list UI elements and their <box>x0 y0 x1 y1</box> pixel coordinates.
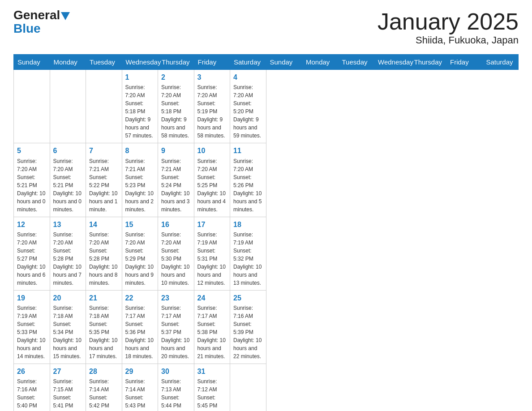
calendar-cell: 14Sunrise: 7:20 AMSunset: 5:28 PMDayligh… <box>86 217 122 290</box>
calendar-cell: 5Sunrise: 7:20 AMSunset: 5:21 PMDaylight… <box>14 143 50 217</box>
day-number: 30 <box>161 366 191 377</box>
calendar-cell: 13Sunrise: 7:20 AMSunset: 5:28 PMDayligh… <box>50 217 86 290</box>
day-number: 12 <box>17 219 47 230</box>
calendar-cell <box>86 70 122 143</box>
day-number: 29 <box>125 366 155 377</box>
calendar-header-row: SundayMondayTuesdayWednesdayThursdayFrid… <box>14 55 519 70</box>
day-info: Sunrise: 7:14 AMSunset: 5:43 PMDaylight:… <box>125 377 155 411</box>
day-info: Sunrise: 7:20 AMSunset: 5:29 PMDaylight:… <box>125 231 155 287</box>
calendar-week-row: 26Sunrise: 7:16 AMSunset: 5:40 PMDayligh… <box>14 364 519 411</box>
day-info: Sunrise: 7:14 AMSunset: 5:42 PMDaylight:… <box>89 377 119 411</box>
day-info: Sunrise: 7:20 AMSunset: 5:18 PMDaylight:… <box>125 83 155 140</box>
day-number: 6 <box>53 146 83 156</box>
calendar-cell: 30Sunrise: 7:13 AMSunset: 5:44 PMDayligh… <box>158 364 194 411</box>
day-info: Sunrise: 7:20 AMSunset: 5:21 PMDaylight:… <box>17 157 47 214</box>
day-number: 28 <box>89 366 119 377</box>
day-info: Sunrise: 7:20 AMSunset: 5:18 PMDaylight:… <box>161 83 191 140</box>
location-title: Shiida, Fukuoka, Japan <box>378 34 519 46</box>
day-info: Sunrise: 7:12 AMSunset: 5:45 PMDaylight:… <box>197 377 227 411</box>
calendar-cell: 1Sunrise: 7:20 AMSunset: 5:18 PMDaylight… <box>122 70 158 143</box>
calendar-cell: 21Sunrise: 7:18 AMSunset: 5:35 PMDayligh… <box>86 290 122 364</box>
day-number: 17 <box>197 219 227 230</box>
day-number: 15 <box>125 219 155 230</box>
day-number: 8 <box>125 146 155 156</box>
day-info: Sunrise: 7:21 AMSunset: 5:22 PMDaylight:… <box>89 157 119 214</box>
calendar-week-row: 1Sunrise: 7:20 AMSunset: 5:18 PMDaylight… <box>14 70 519 143</box>
header-wednesday: Wednesday <box>122 55 158 70</box>
calendar-cell: 8Sunrise: 7:21 AMSunset: 5:23 PMDaylight… <box>122 143 158 217</box>
calendar-cell <box>14 70 50 143</box>
day-number: 20 <box>53 293 83 303</box>
calendar-cell: 11Sunrise: 7:20 AMSunset: 5:26 PMDayligh… <box>230 143 266 217</box>
day-info: Sunrise: 7:20 AMSunset: 5:20 PMDaylight:… <box>233 83 263 140</box>
day-number: 26 <box>17 366 47 377</box>
day-number: 5 <box>17 146 47 156</box>
calendar-cell: 10Sunrise: 7:20 AMSunset: 5:25 PMDayligh… <box>194 143 230 217</box>
day-number: 7 <box>89 146 119 156</box>
header-day-sunday: Sunday <box>266 55 302 70</box>
header-tuesday: Tuesday <box>86 55 122 70</box>
day-number: 24 <box>197 293 227 303</box>
day-info: Sunrise: 7:19 AMSunset: 5:33 PMDaylight:… <box>17 304 47 360</box>
calendar-cell: 26Sunrise: 7:16 AMSunset: 5:40 PMDayligh… <box>14 364 50 411</box>
day-number: 31 <box>197 366 227 377</box>
calendar-cell: 25Sunrise: 7:16 AMSunset: 5:39 PMDayligh… <box>230 290 266 364</box>
day-info: Sunrise: 7:19 AMSunset: 5:31 PMDaylight:… <box>197 231 227 287</box>
day-info: Sunrise: 7:20 AMSunset: 5:28 PMDaylight:… <box>53 231 83 287</box>
calendar-cell: 3Sunrise: 7:20 AMSunset: 5:19 PMDaylight… <box>194 70 230 143</box>
calendar-cell: 6Sunrise: 7:20 AMSunset: 5:21 PMDaylight… <box>50 143 86 217</box>
day-info: Sunrise: 7:20 AMSunset: 5:28 PMDaylight:… <box>89 231 119 287</box>
day-number: 11 <box>233 146 263 156</box>
header-day-friday: Friday <box>446 55 483 70</box>
day-info: Sunrise: 7:20 AMSunset: 5:27 PMDaylight:… <box>17 231 47 287</box>
calendar-cell: 22Sunrise: 7:17 AMSunset: 5:36 PMDayligh… <box>122 290 158 364</box>
day-number: 25 <box>233 293 263 303</box>
header-friday: Friday <box>194 55 230 70</box>
day-number: 22 <box>125 293 155 303</box>
calendar-cell: 24Sunrise: 7:17 AMSunset: 5:38 PMDayligh… <box>194 290 230 364</box>
calendar-cell: 19Sunrise: 7:19 AMSunset: 5:33 PMDayligh… <box>14 290 50 364</box>
calendar-table: SundayMondayTuesdayWednesdayThursdayFrid… <box>13 54 519 411</box>
logo-general-text: General <box>13 9 60 21</box>
day-info: Sunrise: 7:18 AMSunset: 5:35 PMDaylight:… <box>89 304 119 360</box>
calendar-week-row: 12Sunrise: 7:20 AMSunset: 5:27 PMDayligh… <box>14 217 519 290</box>
calendar-cell: 7Sunrise: 7:21 AMSunset: 5:22 PMDaylight… <box>86 143 122 217</box>
header-day-wednesday: Wednesday <box>374 55 411 70</box>
page-header: General Blue January 2025 Shiida, Fukuok… <box>13 9 519 46</box>
day-info: Sunrise: 7:17 AMSunset: 5:36 PMDaylight:… <box>125 304 155 360</box>
header-day-thursday: Thursday <box>410 55 446 70</box>
day-info: Sunrise: 7:20 AMSunset: 5:30 PMDaylight:… <box>161 231 191 287</box>
day-info: Sunrise: 7:20 AMSunset: 5:26 PMDaylight:… <box>233 157 263 214</box>
header-day-monday: Monday <box>302 55 339 70</box>
day-info: Sunrise: 7:20 AMSunset: 5:21 PMDaylight:… <box>53 157 83 214</box>
calendar-cell: 18Sunrise: 7:19 AMSunset: 5:32 PMDayligh… <box>230 217 266 290</box>
day-info: Sunrise: 7:20 AMSunset: 5:25 PMDaylight:… <box>197 157 227 214</box>
day-info: Sunrise: 7:16 AMSunset: 5:39 PMDaylight:… <box>233 304 263 360</box>
calendar-cell: 2Sunrise: 7:20 AMSunset: 5:18 PMDaylight… <box>158 70 194 143</box>
calendar-cell: 28Sunrise: 7:14 AMSunset: 5:42 PMDayligh… <box>86 364 122 411</box>
calendar-cell: 12Sunrise: 7:20 AMSunset: 5:27 PMDayligh… <box>14 217 50 290</box>
day-number: 3 <box>197 72 227 82</box>
logo-blue-text: Blue <box>13 21 41 36</box>
day-info: Sunrise: 7:19 AMSunset: 5:32 PMDaylight:… <box>233 231 263 287</box>
day-number: 2 <box>161 72 191 82</box>
day-number: 19 <box>17 293 47 303</box>
day-number: 21 <box>89 293 119 303</box>
day-number: 10 <box>197 146 227 156</box>
day-info: Sunrise: 7:21 AMSunset: 5:24 PMDaylight:… <box>161 157 191 214</box>
day-number: 16 <box>161 219 191 230</box>
day-info: Sunrise: 7:17 AMSunset: 5:38 PMDaylight:… <box>197 304 227 360</box>
calendar-cell: 9Sunrise: 7:21 AMSunset: 5:24 PMDaylight… <box>158 143 194 217</box>
day-number: 9 <box>161 146 191 156</box>
header-thursday: Thursday <box>158 55 194 70</box>
day-number: 4 <box>233 72 263 82</box>
day-info: Sunrise: 7:17 AMSunset: 5:37 PMDaylight:… <box>161 304 191 360</box>
day-number: 23 <box>161 293 191 303</box>
calendar-cell: 31Sunrise: 7:12 AMSunset: 5:45 PMDayligh… <box>194 364 230 411</box>
header-day-tuesday: Tuesday <box>338 55 374 70</box>
calendar-cell: 17Sunrise: 7:19 AMSunset: 5:31 PMDayligh… <box>194 217 230 290</box>
day-number: 13 <box>53 219 83 230</box>
header-saturday: Saturday <box>230 55 266 70</box>
day-info: Sunrise: 7:16 AMSunset: 5:40 PMDaylight:… <box>17 377 47 411</box>
header-sunday: Sunday <box>14 55 50 70</box>
